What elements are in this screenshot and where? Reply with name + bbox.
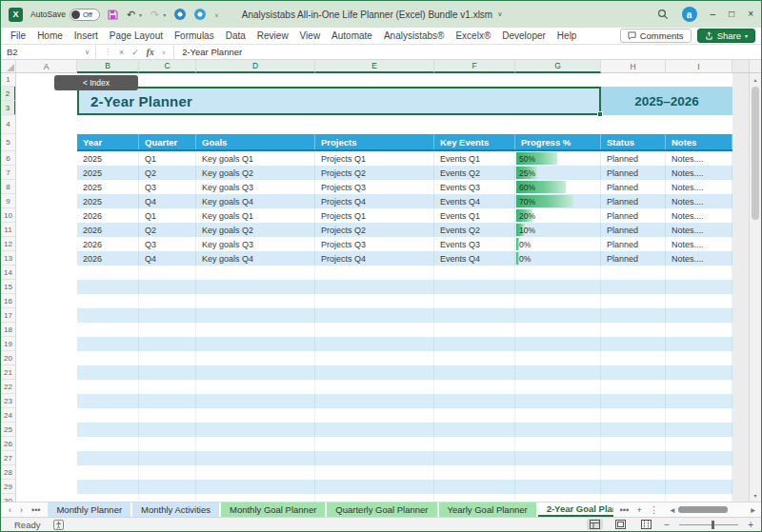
- select-all-corner[interactable]: [1, 60, 16, 72]
- empty-cell[interactable]: [139, 465, 196, 480]
- empty-cell[interactable]: [77, 480, 139, 494]
- row-header-1[interactable]: 1: [1, 73, 15, 87]
- empty-cell[interactable]: [666, 308, 732, 323]
- empty-row[interactable]: [77, 280, 732, 294]
- cell-status[interactable]: Planned: [601, 237, 666, 251]
- row-header-26[interactable]: 26: [1, 437, 15, 451]
- empty-cell[interactable]: [315, 380, 434, 394]
- empty-cell[interactable]: [139, 266, 196, 280]
- empty-cell[interactable]: [601, 266, 666, 280]
- empty-cell[interactable]: [515, 351, 601, 365]
- column-header-a[interactable]: A: [16, 60, 77, 73]
- horizontal-scroll-thumb[interactable]: [678, 506, 728, 513]
- table-header-notes[interactable]: Notes: [666, 134, 732, 149]
- cell-year[interactable]: 2026: [77, 223, 139, 237]
- menu-tab-excelx[interactable]: Excelx®: [455, 30, 491, 41]
- empty-row[interactable]: [77, 308, 732, 323]
- empty-cell[interactable]: [515, 294, 601, 308]
- sheet-tab-monthly-planner[interactable]: Monthly Planner: [48, 502, 130, 517]
- empty-cell[interactable]: [315, 323, 434, 337]
- accessibility-icon[interactable]: [53, 520, 64, 530]
- excel-app-icon[interactable]: X: [9, 8, 23, 22]
- cell-status[interactable]: Planned: [601, 223, 666, 237]
- empty-cell[interactable]: [315, 465, 434, 480]
- sheet-tab-monthly-activities[interactable]: Monthly Activities: [132, 502, 219, 517]
- table-header-projects[interactable]: Projects: [315, 134, 434, 149]
- empty-cell[interactable]: [196, 494, 315, 502]
- progress-cell[interactable]: 70%: [515, 194, 601, 208]
- cell-status[interactable]: Planned: [601, 151, 666, 166]
- row-header-20[interactable]: 20: [1, 351, 15, 365]
- zoom-slider-thumb[interactable]: [712, 521, 714, 529]
- empty-cell[interactable]: [601, 480, 666, 494]
- row-header-3[interactable]: 3: [1, 101, 16, 115]
- menu-tab-help[interactable]: Help: [557, 30, 577, 41]
- empty-cell[interactable]: [315, 337, 434, 351]
- empty-cell[interactable]: [601, 294, 666, 308]
- cell-status[interactable]: Planned: [601, 194, 666, 208]
- progress-cell[interactable]: 0%: [515, 237, 601, 251]
- empty-cell[interactable]: [315, 408, 434, 423]
- empty-cell[interactable]: [601, 494, 666, 502]
- empty-row[interactable]: [77, 294, 732, 308]
- cell-status[interactable]: Planned: [601, 180, 666, 194]
- empty-cell[interactable]: [77, 423, 139, 437]
- empty-cell[interactable]: [666, 337, 732, 351]
- addin-icon-1[interactable]: [174, 9, 186, 20]
- row-header-22[interactable]: 22: [1, 380, 15, 394]
- empty-cell[interactable]: [315, 480, 434, 494]
- empty-cell[interactable]: [196, 294, 315, 308]
- sheet-nav-right-icon[interactable]: ›: [20, 505, 23, 515]
- empty-cell[interactable]: [515, 437, 601, 451]
- zoom-in-icon[interactable]: +: [748, 520, 753, 530]
- view-normal-icon[interactable]: [587, 519, 603, 530]
- empty-row[interactable]: [77, 423, 732, 437]
- empty-cell[interactable]: [434, 494, 515, 502]
- progress-cell[interactable]: 50%: [515, 151, 601, 166]
- empty-cell[interactable]: [139, 423, 196, 437]
- progress-cell[interactable]: 10%: [515, 223, 601, 237]
- cell-status[interactable]: Planned: [601, 208, 666, 223]
- cell-quarter[interactable]: Q3: [139, 237, 196, 251]
- cell-projects[interactable]: Projects Q4: [315, 194, 434, 208]
- empty-cell[interactable]: [139, 308, 196, 323]
- empty-cell[interactable]: [666, 451, 732, 465]
- cell-notes[interactable]: Notes....: [666, 194, 732, 208]
- empty-cell[interactable]: [515, 337, 601, 351]
- cell-goals[interactable]: Key goals Q3: [196, 180, 315, 194]
- empty-cell[interactable]: [315, 308, 434, 323]
- empty-cell[interactable]: [196, 380, 315, 394]
- empty-cell[interactable]: [315, 365, 434, 380]
- formula-bar-handle-icon[interactable]: ⋮: [104, 48, 111, 56]
- empty-cell[interactable]: [515, 380, 601, 394]
- cell-notes[interactable]: Notes....: [666, 151, 732, 166]
- row-header-23[interactable]: 23: [1, 394, 15, 408]
- empty-cell[interactable]: [196, 437, 315, 451]
- view-page-layout-icon[interactable]: [612, 519, 629, 530]
- empty-cell[interactable]: [666, 365, 732, 380]
- empty-cell[interactable]: [666, 494, 732, 502]
- empty-row[interactable]: [77, 451, 732, 465]
- row-header-25[interactable]: 25: [1, 423, 15, 437]
- horizontal-scrollbar[interactable]: ◂ ▸: [664, 502, 761, 517]
- row-header-27[interactable]: 27: [1, 451, 15, 465]
- formula-value[interactable]: 2-Year Planner: [174, 45, 250, 59]
- save-icon[interactable]: [108, 10, 118, 20]
- menu-tab-formulas[interactable]: Formulas: [174, 30, 214, 41]
- empty-row[interactable]: [77, 394, 732, 408]
- cell-quarter[interactable]: Q4: [139, 194, 196, 208]
- row-header-5[interactable]: 5: [1, 134, 15, 151]
- cell-projects[interactable]: Projects Q1: [315, 208, 434, 223]
- empty-cell[interactable]: [434, 380, 515, 394]
- row-header-8[interactable]: 8: [1, 180, 15, 194]
- cell-goals[interactable]: Key goals Q2: [196, 223, 315, 237]
- empty-cell[interactable]: [139, 437, 196, 451]
- cell-quarter[interactable]: Q1: [139, 151, 196, 166]
- empty-row[interactable]: [77, 465, 732, 480]
- empty-cell[interactable]: [434, 394, 515, 408]
- empty-cell[interactable]: [601, 465, 666, 480]
- cell-key-events[interactable]: Events Q1: [434, 208, 515, 223]
- selection-fill-handle[interactable]: [597, 111, 603, 117]
- row-header-18[interactable]: 18: [1, 323, 15, 337]
- empty-cell[interactable]: [515, 494, 601, 502]
